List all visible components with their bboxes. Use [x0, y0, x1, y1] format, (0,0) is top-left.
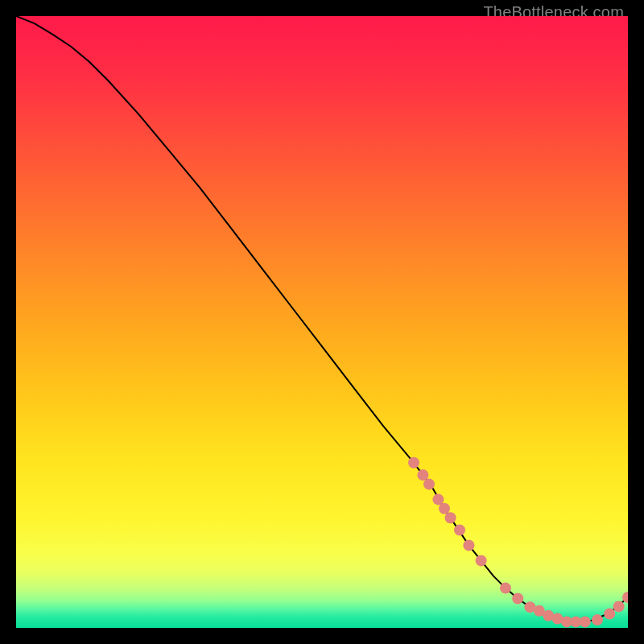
- data-marker: [512, 593, 523, 605]
- data-marker: [423, 478, 435, 489]
- data-marker: [417, 469, 428, 481]
- chart-frame: TheBottleneck.com: [16, 16, 628, 628]
- data-marker: [476, 555, 487, 566]
- markers-group: [408, 457, 628, 628]
- data-marker: [445, 512, 456, 523]
- data-marker: [454, 524, 465, 535]
- data-marker: [432, 493, 444, 505]
- data-marker: [439, 503, 450, 514]
- data-marker: [580, 616, 591, 627]
- data-marker: [592, 614, 603, 625]
- data-marker: [408, 457, 419, 469]
- curve-line: [16, 16, 628, 621]
- data-marker: [613, 601, 625, 612]
- data-marker: [463, 539, 474, 551]
- data-marker: [604, 609, 615, 620]
- data-marker: [500, 583, 511, 594]
- chart-overlay: [16, 16, 628, 628]
